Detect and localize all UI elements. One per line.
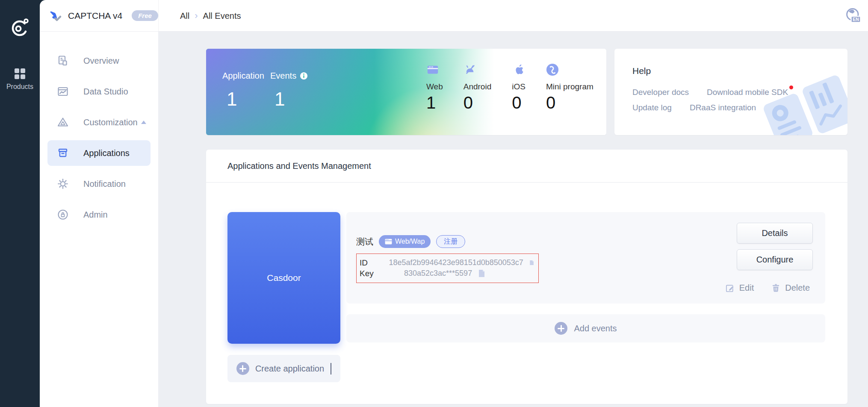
- text-cursor: [331, 363, 331, 375]
- plus-icon: [236, 362, 249, 375]
- miniprogram-icon: [546, 63, 559, 76]
- platform-stats: Web 1 Android 0 iOS 0: [426, 63, 593, 112]
- sidebar-item-label: Customization: [83, 118, 138, 127]
- overview-icon: [57, 55, 69, 67]
- plan-badge: Free: [132, 10, 158, 21]
- products-grid-icon: [15, 68, 25, 79]
- platform-value: 1: [426, 93, 443, 112]
- add-events-button[interactable]: Add events: [346, 314, 825, 342]
- key-label: Key: [360, 269, 404, 278]
- credentials-box: ID 18e5af2b9946423e98151d0b850053c7 Key …: [356, 254, 539, 283]
- application-name: Casdoor: [267, 273, 301, 283]
- breadcrumb-all-events: All Events: [203, 11, 241, 21]
- info-icon[interactable]: [300, 72, 308, 80]
- svg-text:EN: EN: [853, 17, 859, 22]
- platform-label: iOS: [512, 82, 526, 91]
- platform-tag: Web/Wap: [379, 235, 431, 248]
- breadcrumb: All › All Events: [180, 0, 241, 32]
- management-card: Applications and Events Management Casdo…: [206, 150, 847, 404]
- platform-value: 0: [546, 93, 593, 112]
- application-card-casdoor[interactable]: Casdoor: [227, 212, 340, 344]
- help-illustration: [765, 77, 847, 135]
- platform-mini-program: Mini program 0: [546, 63, 593, 112]
- event-panel: 测试 Web/Wap 注册 ID: [346, 212, 825, 304]
- sidebar-item-label: Applications: [83, 148, 130, 158]
- sidebar-item-applications[interactable]: Applications: [47, 140, 151, 166]
- platform-ios: iOS 0: [512, 63, 526, 112]
- id-label: ID: [360, 258, 389, 268]
- language-globe-icon[interactable]: EN: [844, 6, 863, 25]
- copy-key-icon[interactable]: [478, 269, 485, 277]
- event-type-tag: 注册: [436, 235, 465, 248]
- add-events-label: Add events: [574, 324, 617, 333]
- sidebar-item-label: Overview: [83, 56, 119, 66]
- application-stat-label: Application: [222, 71, 264, 81]
- applications-icon: [57, 147, 69, 159]
- sidebar-item-notification[interactable]: Notification: [47, 171, 151, 197]
- platform-label: Web: [426, 82, 443, 91]
- sidebar-item-label: Notification: [83, 179, 126, 189]
- captcha-product-icon: [49, 9, 63, 23]
- products-nav-button[interactable]: Products: [6, 68, 33, 91]
- browser-tag-icon: [385, 239, 392, 245]
- product-rail: Products: [0, 0, 40, 407]
- edit-pencil-icon: [725, 283, 735, 293]
- create-application-label: Create application: [255, 364, 324, 374]
- sidebar-item-admin[interactable]: Admin: [47, 202, 151, 227]
- platform-android: Android 0: [464, 63, 492, 112]
- products-label: Products: [6, 83, 33, 91]
- management-title: Applications and Events Management: [227, 161, 371, 171]
- events-stat: Events 1: [270, 71, 308, 110]
- event-type-tag-label: 注册: [444, 237, 458, 246]
- application-stat-value: 1: [227, 88, 264, 110]
- android-icon: [464, 63, 476, 76]
- event-buttons: Details Configure: [737, 223, 813, 270]
- trash-icon: [771, 283, 781, 293]
- platform-label: Android: [464, 82, 492, 91]
- sidebar: CAPTCHA v4 Free Overview Data Stud: [40, 0, 158, 407]
- data-studio-icon: [57, 86, 69, 97]
- delete-link[interactable]: Delete: [771, 283, 810, 293]
- edit-label: Edit: [739, 283, 754, 293]
- sidebar-item-label: Admin: [83, 210, 108, 220]
- platform-web: Web 1: [426, 63, 443, 112]
- product-title: CAPTCHA v4: [68, 11, 122, 21]
- sidebar-menu: Overview Data Studio Customization: [40, 48, 158, 227]
- application-stat: Application 1: [222, 71, 264, 110]
- create-application-button[interactable]: Create application: [227, 355, 340, 382]
- admin-lock-icon: [57, 209, 69, 221]
- update-log-link[interactable]: Update log: [632, 100, 672, 115]
- sidebar-header: CAPTCHA v4 Free: [40, 0, 158, 32]
- management-header: Applications and Events Management: [206, 150, 847, 183]
- browser-icon: [426, 63, 439, 76]
- event-name: 测试: [356, 236, 373, 248]
- customization-icon: [57, 116, 69, 128]
- copy-id-icon[interactable]: [529, 259, 534, 267]
- collapse-arrow-icon: [141, 121, 146, 124]
- details-button[interactable]: Details: [737, 223, 813, 244]
- breadcrumb-all[interactable]: All: [180, 11, 189, 21]
- help-card: Help Developer docs Download mobile SDK …: [614, 49, 847, 135]
- sidebar-item-data-studio[interactable]: Data Studio: [47, 79, 151, 104]
- plus-icon: [555, 322, 567, 335]
- geetest-logo-icon[interactable]: [10, 17, 30, 38]
- key-value: 830a52c3ac***5597: [404, 269, 472, 278]
- platform-tag-label: Web/Wap: [395, 238, 425, 245]
- platform-value: 0: [512, 93, 526, 112]
- platform-value: 0: [464, 93, 492, 112]
- edit-link[interactable]: Edit: [725, 283, 754, 293]
- top-header: All › All Events EN: [158, 0, 868, 32]
- captcha-dashboard: Products CAPTCHA v4 Free Overview: [0, 0, 868, 407]
- apple-icon: [512, 63, 525, 76]
- draas-integration-link[interactable]: DRaaS integration: [690, 100, 756, 115]
- overview-stats-card: Application 1 Events 1 Web: [206, 49, 606, 135]
- delete-label: Delete: [785, 283, 810, 293]
- configure-button[interactable]: Configure: [737, 249, 813, 270]
- sidebar-item-overview[interactable]: Overview: [47, 48, 151, 74]
- id-row: ID 18e5af2b9946423e98151d0b850053c7: [360, 257, 534, 268]
- key-row: Key 830a52c3ac***5597: [360, 268, 534, 279]
- platform-label: Mini program: [546, 82, 593, 91]
- sidebar-item-customization[interactable]: Customization: [47, 109, 151, 135]
- developer-docs-link[interactable]: Developer docs: [632, 85, 689, 100]
- event-info: 测试 Web/Wap 注册 ID: [356, 235, 539, 283]
